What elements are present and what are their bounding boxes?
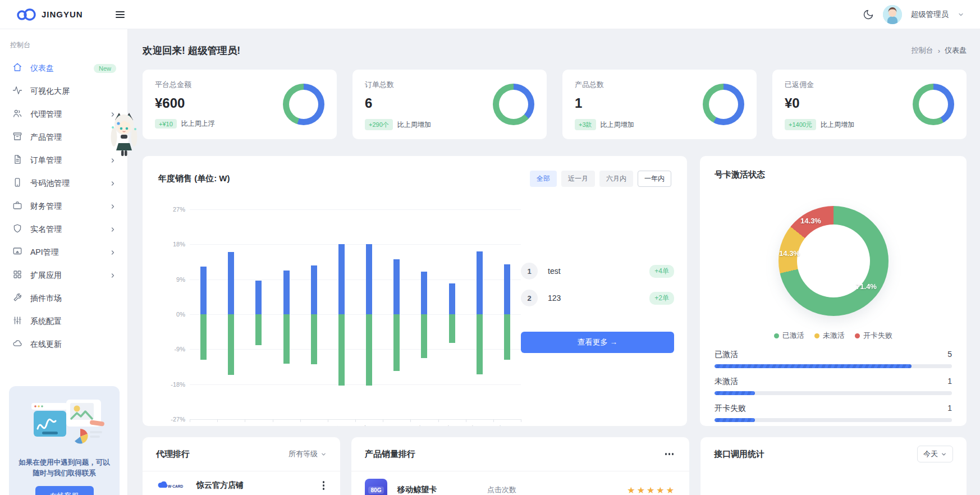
slice-label-inactive: 14.3%: [779, 249, 800, 258]
sidebar-item-0[interactable]: 仪表盘 New: [9, 57, 120, 80]
dashboard-page: JINGYUN 超级管理员 控制台 仪表盘 New: [0, 0, 980, 495]
bar-up-十二月[interactable]: [504, 264, 510, 314]
bar-down-四月[interactable]: [283, 314, 290, 364]
x-axis-label: 六月: [335, 425, 349, 426]
filter-1[interactable]: 近一月: [561, 171, 595, 187]
legend-item[interactable]: 开卡失败: [855, 331, 892, 341]
progress-row: 开卡失败1: [715, 404, 952, 422]
sidebar-item-8[interactable]: API管理: [9, 241, 120, 264]
breadcrumb: 控制台 › 仪表盘: [912, 45, 967, 56]
sidebar-item-9[interactable]: 扩展应用: [9, 264, 120, 287]
main-content: 欢迎回来! 超级管理员! 控制台 › 仪表盘 平台总金额 ¥600 +¥10 比…: [128, 29, 980, 495]
card-api-call-stats: 接口调用统计 今天: [700, 437, 967, 495]
api-stats-title: 接口调用统计: [714, 449, 764, 460]
bar-down-十一月[interactable]: [477, 314, 483, 374]
bar-up-十一月[interactable]: [477, 251, 483, 314]
annual-sales-title: 年度销售 (单位: W): [158, 173, 230, 184]
order-count-badge: +4单: [649, 265, 674, 278]
progress-value: 1: [947, 377, 952, 387]
card-activation-status: 号卡激活状态 71.4% 14.3% 14.3% 已激活未激活开卡失败 已激活5…: [700, 156, 967, 426]
sidebar-item-11[interactable]: 系统配置: [9, 310, 120, 333]
chevron-right-icon: [109, 111, 116, 118]
agent-ranking-title: 代理排行: [156, 449, 190, 460]
sidebar-item-3[interactable]: 产品管理: [9, 126, 120, 149]
help-illustration: [22, 396, 107, 450]
sidebar-item-label: 代理管理: [30, 109, 62, 120]
level-filter-select[interactable]: 所有等级: [288, 449, 327, 459]
stat-donut-chart: [913, 84, 954, 125]
sidebar: 控制台 仪表盘 New 可视化大屏 代理管理 产品管理 订单管理 号码池管理: [0, 29, 128, 495]
sidebar-toggle-button[interactable]: [112, 8, 128, 21]
briefcase-icon: [12, 200, 22, 212]
bar-up-七月[interactable]: [366, 244, 372, 314]
bar-up-十月[interactable]: [449, 283, 455, 314]
bar-up-五月[interactable]: [311, 265, 317, 314]
list-item[interactable]: 1 test +4单: [521, 260, 674, 282]
sidebar-item-6[interactable]: 财务管理: [9, 195, 120, 218]
sidebar-item-10[interactable]: 插件市场: [9, 287, 120, 310]
list-item[interactable]: 80G 移动鲸望卡 点击次数 ★★★★★: [351, 471, 689, 495]
bar-down-三月[interactable]: [255, 314, 262, 345]
dark-mode-toggle[interactable]: [863, 9, 874, 20]
avatar[interactable]: [883, 5, 902, 24]
bar-up-四月[interactable]: [283, 271, 290, 314]
sidebar-item-2[interactable]: 代理管理: [9, 103, 120, 126]
filter-2[interactable]: 六月内: [599, 171, 633, 187]
bar-up-二月[interactable]: [228, 252, 234, 315]
svg-text:W·CARD: W·CARD: [168, 484, 183, 488]
list-item[interactable]: W·CARD 惊云官方店铺: [143, 471, 340, 495]
bar-down-九月[interactable]: [421, 314, 427, 358]
shop-name: 惊云官方店铺: [196, 480, 244, 491]
bar-down-十月[interactable]: [449, 314, 455, 343]
bar-down-六月[interactable]: [338, 314, 345, 386]
chevron-down-icon: [941, 451, 947, 457]
x-axis-label: 三月: [251, 425, 265, 426]
progress-bar: [715, 364, 952, 368]
date-filter-select[interactable]: 今天: [917, 446, 953, 462]
bar-down-一月[interactable]: [200, 314, 207, 360]
brand-logo[interactable]: JINGYUN: [16, 7, 112, 22]
breadcrumb-console[interactable]: 控制台: [912, 45, 933, 56]
x-axis-label: 一月: [196, 425, 210, 426]
more-options-icon[interactable]: [320, 479, 327, 492]
chevron-right-icon: [109, 249, 116, 256]
filter-0[interactable]: 全部: [530, 171, 557, 187]
sidebar-item-12[interactable]: 在线更新: [9, 333, 120, 356]
ellipsis-menu-icon[interactable]: [663, 451, 676, 457]
chevron-down-icon: [320, 451, 327, 457]
bar-down-八月[interactable]: [393, 314, 400, 371]
bar-up-九月[interactable]: [421, 272, 427, 314]
sidebar-item-label: 在线更新: [30, 340, 62, 350]
list-item[interactable]: 2 123 +2单: [521, 287, 674, 309]
stat-donut-chart: [493, 84, 534, 125]
sidebar-item-7[interactable]: 实名管理: [9, 218, 120, 241]
bar-up-六月[interactable]: [338, 244, 345, 314]
bar-up-一月[interactable]: [200, 267, 207, 314]
sidebar-item-label: 订单管理: [30, 155, 62, 166]
breadcrumb-dashboard: 仪表盘: [945, 45, 967, 56]
filter-3[interactable]: 一年内: [638, 171, 671, 187]
legend-item[interactable]: 已激活: [774, 331, 804, 341]
trend-note: 比上周增加: [821, 120, 854, 130]
slice-label-failed: 14.3%: [800, 217, 821, 225]
sidebar-item-1[interactable]: 可视化大屏: [9, 80, 120, 103]
view-more-button[interactable]: 查看更多 →: [521, 332, 674, 353]
legend-item[interactable]: 未激活: [814, 331, 845, 341]
support-button[interactable]: 在线客服: [35, 486, 94, 495]
annual-sales-card: 年度销售 (单位: W) 全部近一月六月内一年内 27%18%9%0%-9%-1…: [143, 156, 687, 426]
sidebar-item-4[interactable]: 订单管理: [9, 149, 120, 172]
bar-down-五月[interactable]: [311, 314, 317, 364]
chevron-down-icon[interactable]: [958, 11, 964, 18]
bar-down-七月[interactable]: [366, 314, 372, 386]
bar-down-二月[interactable]: [228, 314, 234, 375]
x-axis-label: 二月: [224, 425, 238, 426]
username[interactable]: 超级管理员: [911, 10, 949, 20]
home-icon: [12, 62, 22, 74]
help-text: 如果在使用中遇到问题，可以随时与我们取得联系: [17, 457, 112, 479]
annual-sales-bar-chart: 27%18%9%0%-9%-18%-27%一月二月三月四月五月六月七月八月九月十…: [190, 209, 521, 419]
bar-down-十二月[interactable]: [504, 314, 510, 360]
bar-up-八月[interactable]: [393, 259, 400, 314]
smartphone-icon: [12, 177, 22, 189]
sidebar-item-5[interactable]: 号码池管理: [9, 172, 120, 195]
bar-up-三月[interactable]: [255, 281, 262, 314]
